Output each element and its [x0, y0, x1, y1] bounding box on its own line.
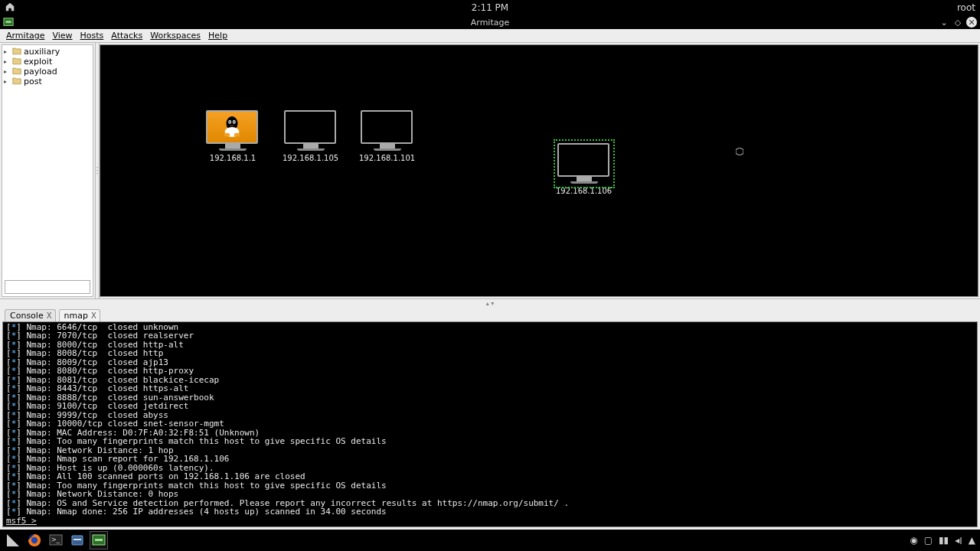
menu-armitage[interactable]: Armitage — [3, 30, 47, 41]
tree-expand-icon[interactable]: ▸ — [4, 48, 10, 55]
battery-tray-icon[interactable]: ▮▮ — [939, 535, 949, 546]
menu-workspaces[interactable]: Workspaces — [147, 30, 204, 41]
window-titlebar[interactable]: Armitage ⌄ ◇ ✕ — [0, 15, 980, 29]
folder-icon — [12, 47, 21, 57]
display-tray-icon[interactable]: ▢ — [924, 535, 933, 546]
host-canvas[interactable]: 192.168.1.1192.168.1.105192.168.1.101192… — [100, 44, 978, 297]
tree-item-label: payload — [24, 67, 57, 77]
host-ip-label: 192.168.1.105 — [283, 154, 338, 162]
tree-item-auxiliary[interactable]: ▸auxiliary — [2, 47, 93, 57]
armitage-task-button[interactable] — [90, 532, 107, 549]
tree-item-label: post — [24, 77, 42, 86]
tab-close-button[interactable]: X — [91, 311, 96, 320]
desktop-taskbar: >_ ◉ ▢ ▮▮ ◂׀ ▲ — [0, 530, 980, 551]
svg-marker-11 — [7, 534, 19, 546]
window-close-button[interactable]: ✕ — [966, 17, 977, 28]
files-launcher[interactable] — [69, 532, 86, 549]
volume-tray-icon[interactable]: ◂׀ — [955, 535, 962, 546]
host-monitor-icon — [557, 143, 611, 184]
host-monitor-icon — [284, 110, 338, 152]
work-area: ▸auxiliary▸exploit▸payload▸post ··· 192.… — [0, 43, 980, 298]
tab-label: Console — [10, 311, 44, 321]
hex-marker-icon — [736, 148, 743, 155]
splitter-grip-icon: ▴ ▾ — [486, 300, 495, 307]
svg-point-9 — [224, 132, 230, 136]
host-ip-label: 192.168.1.1 — [210, 154, 256, 162]
window-maximize-button[interactable]: ◇ — [952, 17, 963, 28]
menu-attacks[interactable]: Attacks — [108, 30, 145, 41]
svg-rect-17 — [74, 539, 81, 540]
host-node[interactable]: 192.168.1.101 — [359, 110, 415, 162]
folder-icon — [12, 67, 21, 77]
module-tree[interactable]: ▸auxiliary▸exploit▸payload▸post — [2, 45, 93, 278]
menu-help[interactable]: Help — [205, 30, 230, 41]
folder-icon — [12, 57, 21, 67]
tux-icon — [221, 115, 243, 140]
module-sidebar: ▸auxiliary▸exploit▸payload▸post — [2, 44, 93, 297]
tree-expand-icon[interactable]: ▸ — [4, 78, 10, 85]
module-search-input[interactable] — [5, 280, 90, 294]
host-node[interactable]: 192.168.1.105 — [283, 110, 338, 162]
app-icon — [3, 17, 14, 28]
tab-console[interactable]: ConsoleX — [5, 309, 56, 321]
terminal-launcher[interactable]: >_ — [47, 532, 64, 549]
host-node[interactable]: 192.168.1.1 — [206, 110, 260, 162]
vertical-splitter[interactable]: ▴ ▾ — [0, 298, 980, 308]
svg-rect-1 — [6, 21, 11, 23]
firefox-launcher[interactable] — [26, 532, 43, 549]
svg-point-7 — [229, 121, 230, 122]
tree-item-label: exploit — [24, 57, 52, 67]
svg-text:>_: >_ — [51, 536, 60, 543]
tree-item-exploit[interactable]: ▸exploit — [2, 57, 93, 67]
updates-tray-icon[interactable]: ◉ — [910, 535, 917, 546]
host-monitor-icon — [206, 110, 260, 152]
svg-point-13 — [31, 537, 38, 543]
tree-item-post[interactable]: ▸post — [2, 77, 93, 86]
window-minimize-button[interactable]: ⌄ — [939, 17, 949, 28]
tree-item-label: auxiliary — [24, 47, 60, 57]
places-icon[interactable] — [5, 2, 15, 15]
svg-point-10 — [234, 132, 240, 136]
folder-icon — [12, 77, 21, 87]
menu-hosts[interactable]: Hosts — [77, 30, 107, 41]
tab-label: nmap — [64, 311, 88, 321]
tab-close-button[interactable]: X — [47, 311, 52, 320]
user-label[interactable]: root — [957, 2, 975, 13]
console-pane: [*] Nmap: Not shown: 87 filtered ports [… — [0, 321, 980, 530]
tab-nmap[interactable]: nmapX — [59, 309, 100, 321]
host-monitor-icon — [361, 110, 414, 152]
tree-expand-icon[interactable]: ▸ — [4, 58, 10, 65]
tree-expand-icon[interactable]: ▸ — [4, 68, 10, 75]
svg-rect-19 — [95, 539, 103, 541]
system-top-bar: 2:11 PM root — [0, 0, 980, 15]
clock[interactable]: 2:11 PM — [472, 2, 508, 13]
menu-view[interactable]: View — [49, 30, 75, 41]
window-title: Armitage — [471, 18, 509, 28]
host-ip-label: 192.168.1.106 — [556, 187, 612, 195]
svg-marker-2 — [736, 148, 743, 155]
notifications-tray-icon[interactable]: ▲ — [969, 535, 975, 546]
console-tabs: ConsoleXnmapX — [0, 308, 980, 321]
host-node[interactable]: 192.168.1.106 — [556, 143, 612, 195]
tree-item-payload[interactable]: ▸payload — [2, 67, 93, 77]
menu-bar: Armitage View Hosts Attacks Workspaces H… — [0, 29, 980, 43]
host-ip-label: 192.168.1.101 — [359, 154, 415, 162]
svg-point-8 — [234, 121, 235, 122]
show-desktop-button[interactable] — [5, 532, 21, 549]
console-output[interactable]: [*] Nmap: Not shown: 87 filtered ports [… — [2, 321, 978, 527]
